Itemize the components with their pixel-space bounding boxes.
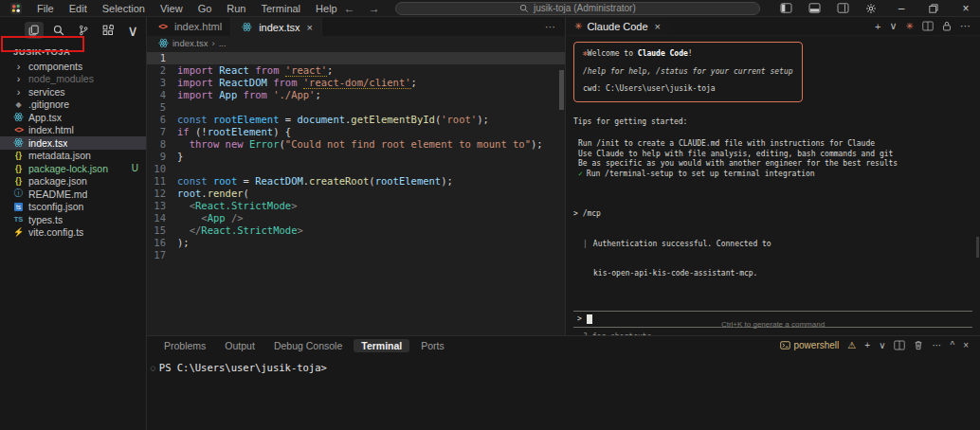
tab-claude-code[interactable]: ✳ Claude Code × xyxy=(566,17,669,35)
search-view-icon[interactable] xyxy=(49,22,68,39)
code-line-5: 5 xyxy=(147,101,565,114)
file-label: App.tsx xyxy=(28,112,62,123)
new-terminal-plus-icon[interactable]: + xyxy=(864,340,870,350)
toggle-sidebar-icon[interactable] xyxy=(773,1,798,16)
panel-more-actions-icon[interactable]: ⋯ xyxy=(932,340,941,350)
claude-terminal[interactable]: ✻Welcome to Claude Code! /help for help,… xyxy=(566,36,980,335)
customize-layout-icon[interactable] xyxy=(859,1,883,16)
menu-selection[interactable]: Selection xyxy=(96,2,152,15)
shell-indicator[interactable]: powershell xyxy=(780,340,840,350)
welcome-help-line: /help for help, /status for your current… xyxy=(583,67,793,78)
file-app-tsx[interactable]: App.tsx xyxy=(0,111,146,124)
split-terminal-icon[interactable] xyxy=(894,340,905,350)
tab-index-html[interactable]: <>index.html xyxy=(147,17,231,36)
back-arrow-icon[interactable]: ← xyxy=(344,2,355,15)
explorer-root-label[interactable]: JUSIK-TOJA xyxy=(0,43,146,60)
panel-tab-ports[interactable]: Ports xyxy=(413,339,452,352)
file-metadata-json[interactable]: {}metadata.json xyxy=(0,150,146,163)
react-file-icon xyxy=(11,112,26,122)
html-file-icon: <> xyxy=(155,22,170,31)
file-index-tsx[interactable]: index.tsx xyxy=(0,136,146,150)
editor-scrollbar[interactable] xyxy=(559,70,564,110)
tab-close-icon[interactable]: × xyxy=(307,22,313,33)
claude-tab-close-icon[interactable]: × xyxy=(655,21,661,32)
file-types-ts[interactable]: TStypes.ts xyxy=(0,213,146,226)
menu-run[interactable]: Run xyxy=(220,2,252,15)
sidebar-view-icons: ∨ xyxy=(0,17,146,43)
shortcuts-hint: ? for shortcuts xyxy=(573,332,972,335)
line-number: 7 xyxy=(147,126,177,138)
file-label: metadata.json xyxy=(28,150,91,161)
extensions-icon[interactable] xyxy=(99,22,118,39)
explorer-files-icon[interactable] xyxy=(25,22,44,39)
folder-chevron-icon: › xyxy=(11,61,26,72)
code-editor[interactable]: 12import React from 'react';3import Reac… xyxy=(147,49,565,335)
code-text: <App /> xyxy=(177,212,244,224)
terminal-output[interactable]: ○ PS C:\Users\user\jusik-toja> xyxy=(147,354,980,373)
menu-file[interactable]: File xyxy=(30,2,61,15)
chat-chevron-down-icon[interactable]: ∨ xyxy=(890,20,898,32)
react-file-icon xyxy=(11,137,26,148)
editor-more-actions-icon[interactable]: ⋯ xyxy=(545,21,565,33)
menu-help[interactable]: Help xyxy=(309,2,344,15)
file-node-modules[interactable]: ›node_modules xyxy=(0,73,146,86)
line-number: 10 xyxy=(147,163,177,175)
kill-terminal-trash-icon[interactable] xyxy=(914,340,923,350)
file-tsconfig-json[interactable]: tstsconfig.json xyxy=(0,201,146,214)
tab-index-tsx[interactable]: index.tsx× xyxy=(231,17,322,36)
line-number: 11 xyxy=(147,175,177,188)
file-package-json[interactable]: {}package.json xyxy=(0,175,146,188)
code-line-7: 7if (!rootElement) { xyxy=(147,126,565,138)
mcp-result-line2: kis-open-api-kis-code-assistant-mcp. xyxy=(573,269,972,279)
tab-label: index.html xyxy=(174,21,222,32)
app-logo-icon[interactable] xyxy=(9,2,23,15)
restore-button[interactable] xyxy=(919,0,948,17)
forward-arrow-icon[interactable]: → xyxy=(369,2,380,15)
breadcrumb-file[interactable]: index.tsx xyxy=(172,38,209,48)
command-center-search[interactable]: jusik-toja (Administrator) xyxy=(395,2,760,15)
menu-edit[interactable]: Edit xyxy=(63,2,94,15)
claude-panel-actions: + ∨ ✳ ⋯ xyxy=(875,17,980,35)
warning-icon[interactable]: ⚠ xyxy=(847,340,856,350)
maximize-panel-chevron-icon[interactable]: ^ xyxy=(950,340,954,350)
file-vite-config-ts[interactable]: ⚡vite.config.ts xyxy=(0,226,146,240)
history-nav: ← → xyxy=(344,2,380,15)
panel-tab-debug-console[interactable]: Debug Console xyxy=(266,339,350,352)
lock-icon[interactable] xyxy=(942,21,952,31)
views-chevron-down-icon[interactable]: ∨ xyxy=(123,22,142,39)
vite-file-icon: ⚡ xyxy=(11,227,26,237)
breadcrumb[interactable]: index.tsx › ... xyxy=(147,36,565,49)
file--gitignore[interactable]: ◆.gitignore xyxy=(0,99,146,112)
menu-view[interactable]: View xyxy=(154,2,190,15)
file-services[interactable]: ›services xyxy=(0,85,146,99)
terminal-chevron-down-icon[interactable]: ∨ xyxy=(879,340,885,350)
close-window-button[interactable]: × xyxy=(952,0,980,17)
toggle-panel-icon[interactable] xyxy=(802,1,826,16)
code-text: if (!rootElement) { xyxy=(177,126,291,138)
panel-tab-output[interactable]: Output xyxy=(217,339,263,352)
breadcrumb-more[interactable]: ... xyxy=(219,38,227,48)
menu-go[interactable]: Go xyxy=(191,2,219,15)
claude-icon[interactable]: ✳ xyxy=(906,21,914,31)
powershell-icon xyxy=(780,341,790,349)
toggle-secondary-sidebar-icon[interactable] xyxy=(830,1,855,16)
file-package-lock-json[interactable]: {}package-lock.jsonU xyxy=(0,162,146,175)
file-readme-md[interactable]: ⓘREADME.md xyxy=(0,188,146,201)
bottom-panel: ProblemsOutputDebug ConsoleTerminalPorts… xyxy=(147,335,980,430)
file-index-html[interactable]: <>index.html xyxy=(0,124,146,137)
panel-tab-terminal[interactable]: Terminal xyxy=(354,339,409,352)
claude-tip: ✓Run /terminal-setup to set up terminal … xyxy=(573,170,972,180)
minimize-button[interactable]: – xyxy=(887,0,916,17)
close-panel-icon[interactable]: × xyxy=(963,340,969,350)
new-chat-plus-icon[interactable]: + xyxy=(875,21,880,32)
split-editor-icon[interactable] xyxy=(922,21,934,31)
panel-tab-problems[interactable]: Problems xyxy=(156,339,213,352)
claude-scrollbar[interactable] xyxy=(976,237,979,258)
menubar: FileEditSelectionViewGoRunTerminalHelp xyxy=(30,2,344,15)
source-control-icon[interactable] xyxy=(74,22,93,39)
json-file-icon: {} xyxy=(11,151,26,160)
menu-terminal[interactable]: Terminal xyxy=(255,2,308,15)
code-line-16: 16); xyxy=(147,237,565,249)
file-components[interactable]: ›components xyxy=(0,60,146,73)
claude-more-actions-icon[interactable]: ⋯ xyxy=(960,20,971,32)
